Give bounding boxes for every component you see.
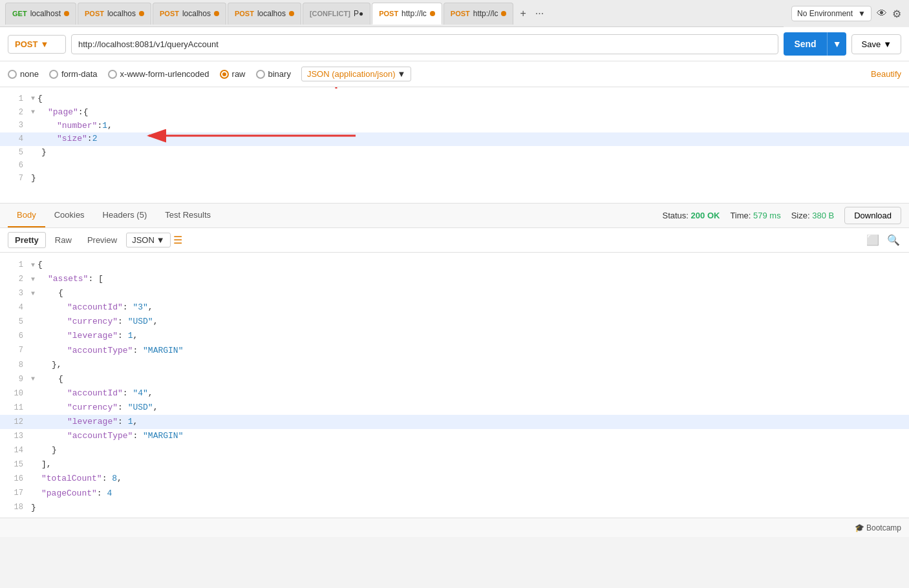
body-type-none[interactable]: none: [8, 69, 39, 79]
tab-method: POST: [379, 10, 398, 17]
method-select[interactable]: POST ▼: [8, 35, 66, 54]
tab-url: localhos: [257, 9, 286, 18]
tab-url: localhos: [107, 9, 136, 18]
req-line-5: 5 }: [0, 146, 909, 160]
chevron-down-icon: ▼: [397, 69, 405, 79]
tab-post-localhos-2[interactable]: POST localhos: [153, 3, 226, 25]
tab-url: localhost: [30, 9, 61, 18]
env-label: No Environment: [797, 9, 853, 18]
req-line-6: 6: [0, 160, 909, 172]
tab-method: POST: [451, 10, 470, 17]
chevron-down-icon: ▼: [883, 39, 892, 49]
download-button[interactable]: Download: [844, 207, 901, 224]
resp-line-4: 4 "accountId": "3",: [0, 300, 909, 315]
beautify-button[interactable]: Beautify: [871, 69, 901, 79]
tab-method: POST: [160, 10, 179, 17]
tab-method: POST: [85, 10, 104, 17]
tab-url: http://lc: [473, 9, 498, 18]
response-size: 380 B: [812, 211, 834, 220]
tab-dot: [139, 11, 144, 16]
body-type-raw[interactable]: raw: [220, 69, 246, 79]
save-button[interactable]: Save ▼: [851, 34, 901, 54]
tab-get-localhost[interactable]: GET localhost: [5, 3, 76, 25]
body-type-binary[interactable]: binary: [256, 69, 291, 79]
tab-url: http://lc: [401, 9, 427, 18]
resp-tab-body[interactable]: Body: [8, 204, 45, 227]
resp-line-12: 12 "leverage": 1,: [0, 415, 909, 429]
tab-method: GET: [12, 10, 27, 17]
url-bar: POST ▼ Send ▼ Save ▼: [0, 27, 909, 61]
bottom-bar: 🎓 Bootcamp: [0, 518, 909, 537]
chevron-down-icon: ▼: [833, 39, 842, 49]
tab-method: POST: [235, 10, 254, 17]
app-wrapper: GET localhost POST localhos POST localho…: [0, 0, 909, 537]
send-dropdown-button[interactable]: ▼: [828, 32, 847, 56]
resp-line-17: 17 "pageCount": 4: [0, 487, 909, 501]
wrap-lines-icon[interactable]: ☰: [173, 234, 182, 246]
tab-dot: [289, 11, 294, 16]
more-tabs-button[interactable]: ···: [533, 5, 546, 22]
resp-line-6: 6 "leverage": 1,: [0, 329, 909, 343]
chevron-down-icon: ▼: [156, 235, 165, 245]
request-body-editor[interactable]: 1 ▼ { 2 ▼ "page":{ 3 "number":1, 4 "size…: [0, 87, 909, 204]
resp-tab-headers[interactable]: Headers (5): [94, 204, 156, 227]
search-icon[interactable]: 🔍: [886, 233, 901, 247]
environment-select[interactable]: No Environment ▼: [791, 6, 872, 21]
tab-post-localhos-3[interactable]: POST localhos: [228, 3, 301, 25]
resp-line-9: 9 ▼ {: [0, 372, 909, 386]
response-json-format[interactable]: JSON ▼: [126, 233, 171, 247]
radio-urlencoded: [108, 70, 117, 79]
resp-line-15: 15 ],: [0, 457, 909, 472]
resp-line-1: 1 ▼ {: [0, 258, 909, 272]
response-body: 1 ▼ { 2 ▼ "assets": [ 3 ▼ { 4 "accountId…: [0, 253, 909, 537]
resp-line-5: 5 "currency": "USD",: [0, 315, 909, 329]
radio-none: [8, 70, 17, 79]
method-label: POST: [15, 39, 37, 49]
tab-actions: + ···: [517, 5, 546, 22]
body-type-bar: none form-data x-www-form-urlencoded raw…: [0, 61, 909, 87]
resp-line-2: 2 ▼ "assets": [: [0, 272, 909, 286]
tab-post-http-active[interactable]: POST http://lc: [372, 3, 442, 25]
gear-icon[interactable]: ⚙: [892, 8, 901, 20]
send-button[interactable]: Send: [784, 32, 827, 56]
tab-post-http-2[interactable]: POST http://lc: [444, 3, 514, 25]
status-code: 200 OK: [691, 211, 720, 220]
body-type-form-data[interactable]: form-data: [49, 69, 98, 79]
format-pretty-button[interactable]: Pretty: [8, 232, 46, 248]
json-format-select[interactable]: JSON (application/json) ▼: [301, 67, 411, 81]
resp-line-11: 11 "currency": "USD",: [0, 401, 909, 415]
tab-url: P●: [354, 9, 363, 18]
send-button-group: Send ▼: [784, 32, 846, 56]
eye-icon[interactable]: 👁: [877, 8, 887, 19]
chevron-down-icon: ▼: [858, 9, 866, 18]
tab-conflict[interactable]: [CONFLICT] P●: [303, 3, 370, 25]
radio-form-data: [49, 70, 58, 79]
bootcamp-label: 🎓 Bootcamp: [855, 523, 901, 532]
response-icons: ⬜ 🔍: [865, 233, 901, 247]
format-preview-button[interactable]: Preview: [81, 233, 123, 247]
body-type-urlencoded[interactable]: x-www-form-urlencoded: [108, 69, 209, 79]
tab-dot: [64, 11, 69, 16]
copy-icon[interactable]: ⬜: [865, 233, 881, 247]
resp-line-7: 7 "accountType": "MARGIN": [0, 344, 909, 358]
tab-post-localhos-1[interactable]: POST localhos: [78, 3, 151, 25]
resp-line-10: 10 "accountId": "4",: [0, 386, 909, 401]
req-line-3: 3 "number":1,: [0, 120, 909, 133]
tab-method: [CONFLICT]: [310, 10, 350, 17]
tab-url: localhos: [182, 9, 211, 18]
tab-dot: [430, 11, 435, 16]
resp-tab-test-results[interactable]: Test Results: [156, 204, 220, 227]
format-raw-button[interactable]: Raw: [48, 233, 78, 247]
radio-raw: [220, 70, 229, 79]
url-input[interactable]: [71, 34, 778, 54]
tab-dot: [501, 11, 506, 16]
response-time: 579 ms: [753, 211, 781, 220]
resp-tab-cookies[interactable]: Cookies: [45, 204, 94, 227]
resp-line-13: 13 "accountType": "MARGIN": [0, 429, 909, 443]
resp-line-8: 8 },: [0, 358, 909, 372]
resp-line-14: 14 }: [0, 443, 909, 457]
resp-line-16: 16 "totalCount": 8,: [0, 472, 909, 486]
tab-dot: [214, 11, 219, 16]
new-tab-button[interactable]: +: [517, 5, 528, 22]
response-tabs-bar: Body Cookies Headers (5) Test Results St…: [0, 204, 909, 228]
